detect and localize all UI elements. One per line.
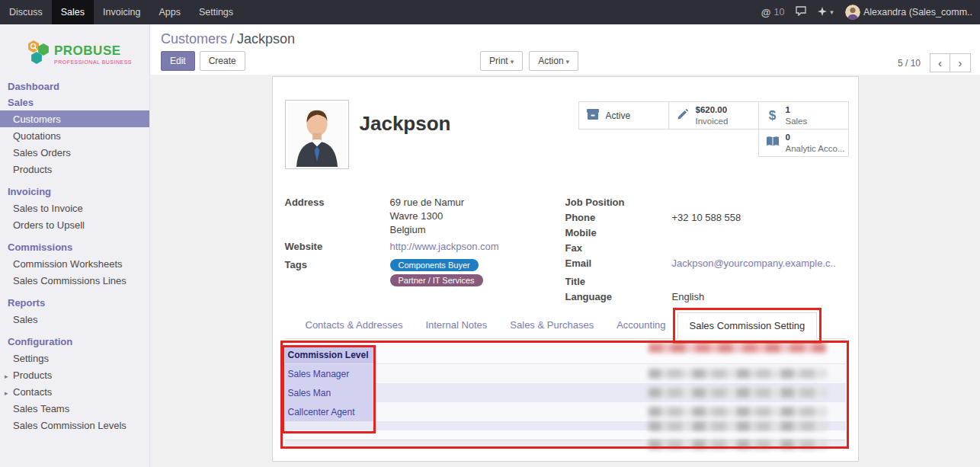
tab-contacts-addresses[interactable]: Contacts & Addresses [294, 312, 415, 338]
sidebar-heading-invoicing[interactable]: Invoicing [0, 184, 149, 200]
tab-sales-commission-setting[interactable]: Sales Commission Setting [677, 312, 818, 339]
title-label: Title [565, 276, 672, 288]
messages-button[interactable] [796, 6, 806, 18]
phone-label: Phone [565, 212, 672, 224]
field-address: Address 69 rue de Namur Wavre 1300 Belgi… [285, 197, 552, 238]
analytic-stat-button[interactable]: 0 Analytic Acco... [758, 129, 849, 157]
sidebar-item-quotations[interactable]: Quotations [0, 127, 149, 144]
menu-settings[interactable]: Settings [190, 0, 242, 24]
website-label: Website [285, 241, 390, 253]
commission-level-cell: Sales Man [285, 383, 376, 402]
sidebar-heading-configuration[interactable]: Configuration [0, 334, 149, 350]
menu-sales[interactable]: Sales [52, 0, 94, 24]
notebook-tabs: Contacts & Addresses Internal Notes Sale… [285, 312, 846, 339]
field-title: Title [565, 276, 846, 288]
sidebar-heading-reports[interactable]: Reports [0, 295, 149, 311]
mentions-count: 10 [773, 7, 784, 18]
print-dropdown-button[interactable]: Print▾ [480, 51, 523, 71]
column-header-commission-level[interactable]: Commission Level [285, 347, 376, 363]
chevron-right-icon: ▸ [5, 389, 13, 397]
customer-avatar [285, 100, 349, 169]
sidebar-item-config-products[interactable]: ▸Products [0, 366, 149, 383]
redacted-cell [649, 421, 826, 431]
sidebar-item-sales-to-invoice[interactable]: Sales to Invoice [0, 200, 149, 216]
email-link[interactable]: Jackpson@yourcompany.example.c.. [672, 257, 836, 270]
archive-icon [583, 108, 603, 123]
sidebar-item-label: Products [13, 369, 52, 381]
sidebar-item-sales-teams[interactable]: Sales Teams [0, 400, 149, 417]
sidebar-item-sales-commissions-lines[interactable]: Sales Commissions Lines [0, 272, 149, 289]
breadcrumb-customers[interactable]: Customers [161, 31, 227, 46]
mobile-label: Mobile [565, 227, 672, 239]
pager-previous-button[interactable]: ‹ [930, 53, 950, 72]
mentions-button[interactable]: @ 10 [761, 7, 785, 18]
field-groups: Address 69 rue de Namur Wavre 1300 Belgi… [285, 197, 846, 306]
logo-icon [26, 40, 50, 68]
sidebar-item-sales-orders[interactable]: Sales Orders [0, 144, 149, 161]
sidebar-item-reports-sales[interactable]: Sales [0, 311, 149, 328]
sidebar-item-config-contacts[interactable]: ▸Contacts [0, 383, 149, 400]
table-row[interactable]: Sales Manager [285, 364, 846, 383]
commission-level-cell: Sales Manager [285, 364, 376, 383]
create-button[interactable]: Create [200, 51, 245, 71]
action-dropdown-button[interactable]: Action▾ [529, 51, 578, 71]
caret-down-icon: ▾ [511, 58, 514, 66]
tags-value: Components Buyer Partner / IT Services [390, 259, 483, 289]
commission-level-cell: Callcenter Agent [285, 402, 376, 421]
record-sheet: Jackpson Active $620.00 Invoiced $ [272, 76, 859, 462]
sidebar-item-customers[interactable]: Customers [0, 110, 149, 127]
book-icon [763, 136, 783, 150]
breadcrumb-separator: / [230, 31, 234, 46]
topbar-menus: Discuss Sales Invoicing Apps Settings [0, 0, 242, 24]
table-row[interactable]: Sales Man [285, 383, 846, 402]
field-phone: Phone +32 10 588 558 [565, 212, 846, 224]
breadcrumb-current: Jackpson [237, 31, 295, 46]
fax-label: Fax [565, 242, 672, 254]
tag-badge: Components Buyer [390, 259, 479, 271]
menu-apps[interactable]: Apps [149, 0, 190, 24]
menu-discuss[interactable]: Discuss [0, 0, 52, 24]
language-value: English [672, 291, 705, 303]
at-icon: @ [761, 7, 771, 18]
email-label: Email [565, 257, 672, 270]
breadcrumb: Customers/Jackpson [150, 24, 980, 47]
user-avatar [845, 5, 860, 20]
tab-sales-purchases[interactable]: Sales & Purchases [498, 312, 605, 338]
job-position-label: Job Position [565, 197, 672, 209]
redacted-cell [649, 388, 826, 398]
sidebar-item-sales-commission-levels[interactable]: Sales Commission Levels [0, 417, 149, 433]
sidebar-heading-sales[interactable]: Sales [0, 94, 149, 110]
tab-internal-notes[interactable]: Internal Notes [414, 312, 498, 338]
record-title: Jackpson [360, 112, 451, 169]
invoiced-stat-button[interactable]: $620.00 Invoiced [668, 101, 759, 130]
sidebar-item-settings[interactable]: Settings [0, 350, 149, 366]
app-logo[interactable]: PROBUSE PROFESSIONAL BUSINESS [26, 40, 149, 68]
field-tags: Tags Components Buyer Partner / IT Servi… [285, 259, 552, 289]
table-row[interactable]: Callcenter Agent [285, 402, 846, 421]
user-menu[interactable]: Alexandra (Sales_comm.. [845, 5, 972, 20]
sidebar-item-products[interactable]: Products [0, 161, 149, 178]
pager-value: 5 / 10 [898, 58, 921, 69]
sales-stat-button[interactable]: $ 1 Sales [758, 101, 849, 130]
tab-accounting[interactable]: Accounting [605, 312, 677, 338]
edit-button[interactable]: Edit [161, 51, 195, 71]
sidebar-heading-commissions[interactable]: Commissions [0, 239, 149, 255]
sidebar-item-dashboard[interactable]: Dashboard [0, 78, 149, 94]
debug-menu-button[interactable]: ▾ [818, 7, 834, 18]
phone-value: +32 10 588 558 [672, 212, 741, 224]
active-stat-button[interactable]: Active [578, 101, 669, 130]
field-website: Website http://www.jackpson.com [285, 241, 552, 253]
chevron-right-icon: ▸ [5, 373, 13, 380]
dollar-icon: $ [763, 108, 783, 123]
debug-icon [818, 7, 827, 18]
sidebar-item-orders-to-upsell[interactable]: Orders to Upsell [0, 216, 149, 233]
sidebar-item-commission-worksheets[interactable]: Commission Worksheets [0, 255, 149, 272]
topbar: Discuss Sales Invoicing Apps Settings @ … [0, 0, 980, 24]
redacted-header-cell [649, 343, 826, 353]
caret-down-icon: ▾ [566, 58, 570, 66]
pager-next-button[interactable]: › [950, 53, 971, 72]
table-footer-row [285, 440, 846, 449]
field-email: Email Jackpson@yourcompany.example.c.. [565, 257, 846, 270]
website-link[interactable]: http://www.jackpson.com [390, 241, 499, 253]
menu-invoicing[interactable]: Invoicing [94, 0, 149, 24]
